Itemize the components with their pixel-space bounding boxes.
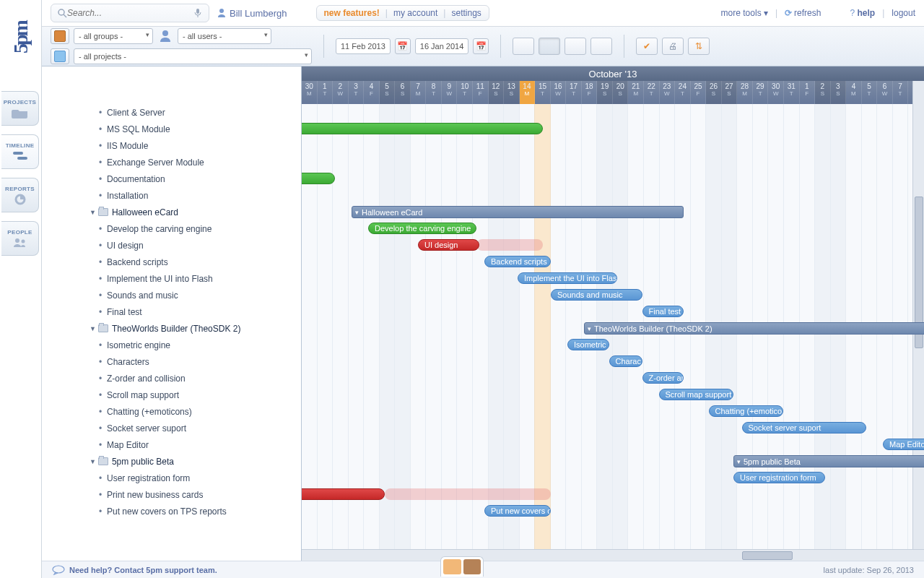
task-row[interactable]: •Client & Server (42, 104, 301, 121)
day-cell[interactable]: 3S (831, 81, 847, 104)
task-row[interactable]: •Scroll map support (42, 387, 301, 403)
day-cell[interactable]: 5S (380, 81, 396, 104)
task-row[interactable]: •Develop the carving engine (42, 220, 301, 237)
task-row[interactable]: •Socket server suport (42, 420, 301, 436)
task-row[interactable]: •User registration form (42, 470, 301, 486)
search-input[interactable] (67, 8, 193, 18)
day-cell[interactable]: 23W (660, 81, 676, 104)
mic-icon[interactable] (193, 8, 203, 18)
cal-to-icon[interactable]: 📅 (473, 38, 489, 54)
day-cell[interactable]: 28M (737, 81, 753, 104)
print-btn[interactable]: 🖨 (662, 38, 684, 55)
day-cell[interactable]: 2W (333, 81, 349, 104)
date-from[interactable]: 11 Feb 2013 (336, 38, 391, 54)
day-cell[interactable]: 3T (349, 81, 365, 104)
gantt-bar[interactable]: UI design (418, 239, 479, 251)
gantt-bar[interactable]: Sounds and music (551, 289, 642, 301)
gantt-bar[interactable]: Final test (642, 306, 684, 317)
day-cell[interactable]: 20S (613, 81, 629, 104)
rail-people[interactable]: PEOPLE (1, 221, 39, 256)
day-cell[interactable]: 19S (597, 81, 613, 104)
day-cell[interactable]: 29T (753, 81, 769, 104)
cal-from-icon[interactable]: 📅 (395, 38, 411, 54)
task-row[interactable]: •Sounds and music (42, 287, 301, 303)
view-week[interactable] (539, 38, 560, 55)
support-link[interactable]: Need help? Contact 5pm support team. (69, 566, 217, 574)
day-cell[interactable]: 17T (566, 81, 582, 104)
gantt-bar[interactable]: Implement the UI into Flash (518, 272, 617, 284)
search-box[interactable] (51, 4, 209, 22)
settings-link[interactable]: settings (451, 8, 481, 18)
day-cell[interactable]: 21M (628, 81, 644, 104)
gantt-bar[interactable]: TheoWorlds Builder (TheoSDK 2) (584, 322, 924, 335)
logout-link[interactable]: logout (892, 8, 915, 18)
day-cell[interactable]: 24T (675, 81, 691, 104)
date-to[interactable]: 16 Jan 2014 (415, 38, 469, 54)
day-cell[interactable]: 1F (800, 81, 816, 104)
day-cell[interactable]: 9W (442, 81, 458, 104)
rail-projects[interactable]: PROJECTS (1, 91, 39, 126)
day-cell[interactable]: 7T (893, 81, 909, 104)
task-row[interactable]: •Backend scripts (42, 254, 301, 270)
day-cell[interactable]: 31T (784, 81, 800, 104)
filter-btn[interactable]: ✔ (636, 38, 658, 55)
day-cell[interactable]: 8T (426, 81, 442, 104)
gantt-bar[interactable]: Charac (609, 355, 642, 367)
refresh-link[interactable]: ⟳refresh (785, 8, 821, 18)
day-cell[interactable]: 22T (644, 81, 660, 104)
day-cell[interactable]: 12S (489, 81, 505, 104)
day-cell[interactable]: 6S (395, 81, 411, 104)
gantt-bar[interactable]: User registration form (733, 472, 825, 483)
gantt-bar[interactable] (302, 123, 543, 134)
gantt-bar[interactable]: Socket server suport (742, 422, 867, 434)
rail-reports[interactable]: REPORTS (1, 178, 39, 212)
task-row[interactable]: •Chatting (+emoticons) (42, 403, 301, 420)
day-cell[interactable]: 2S (815, 81, 831, 104)
gantt-bar[interactable]: Chatting (+emoticon (709, 405, 784, 417)
projects-icon[interactable] (51, 48, 69, 64)
groups-icon[interactable] (51, 28, 69, 44)
h-scrollbar[interactable] (302, 549, 924, 561)
day-cell[interactable]: 18F (582, 81, 598, 104)
task-row[interactable]: •Print new business cards (42, 486, 301, 503)
gantt-bar[interactable]: business cards (302, 488, 385, 500)
day-cell[interactable]: 10T (457, 81, 473, 104)
task-row[interactable]: •MS SQL Module (42, 121, 301, 137)
avatar-dock[interactable] (440, 556, 484, 577)
gantt-bar[interactable]: Scroll map support (659, 389, 734, 400)
project-row[interactable]: ▼Halloween eCard (42, 204, 301, 220)
users-icon[interactable] (157, 28, 173, 44)
day-cell[interactable]: 25F (691, 81, 707, 104)
day-cell[interactable]: 15T (535, 81, 551, 104)
task-row[interactable]: •Installation (42, 187, 301, 204)
groups-select[interactable]: - all groups - (74, 28, 153, 44)
task-row[interactable]: •Implement the UI into Flash (42, 270, 301, 287)
user-link[interactable]: Bill Lumbergh (217, 8, 287, 19)
day-cell[interactable]: 27S (722, 81, 738, 104)
project-row[interactable]: ▼TheoWorlds Builder (TheoSDK 2) (42, 320, 301, 337)
gantt-bar[interactable]: Develop the carving engine (368, 223, 476, 234)
day-cell[interactable]: 1T (318, 81, 334, 104)
view-month[interactable] (565, 38, 586, 55)
day-cell[interactable]: 7M (411, 81, 427, 104)
more-tools-link[interactable]: more tools ▾ (721, 8, 768, 18)
gantt-bar[interactable]: Put new covers on (484, 505, 551, 517)
day-cell[interactable]: 11F (473, 81, 489, 104)
rail-timeline[interactable]: TIMELINE (1, 134, 39, 169)
day-cell[interactable]: 16W (551, 81, 567, 104)
day-cell[interactable]: 5T (862, 81, 878, 104)
gantt-bar[interactable]: Isometric e (567, 339, 609, 350)
task-row[interactable]: •Documentation (42, 171, 301, 187)
day-cell[interactable]: 14M (520, 81, 536, 104)
projects-select[interactable]: - all projects - (74, 48, 312, 64)
task-row[interactable]: •Z-order and collision (42, 370, 301, 387)
day-cell[interactable]: 6W (877, 81, 893, 104)
new-features-link[interactable]: new features! (324, 8, 380, 18)
gantt-bar[interactable] (302, 173, 335, 184)
day-cell[interactable]: 4F (364, 81, 380, 104)
help-link[interactable]: ? help (850, 8, 875, 18)
export-btn[interactable]: ⇅ (688, 38, 710, 55)
gantt-bar[interactable]: Halloween eCard (352, 206, 684, 218)
day-cell[interactable]: 30M (302, 81, 318, 104)
task-row[interactable]: •UI design (42, 237, 301, 254)
